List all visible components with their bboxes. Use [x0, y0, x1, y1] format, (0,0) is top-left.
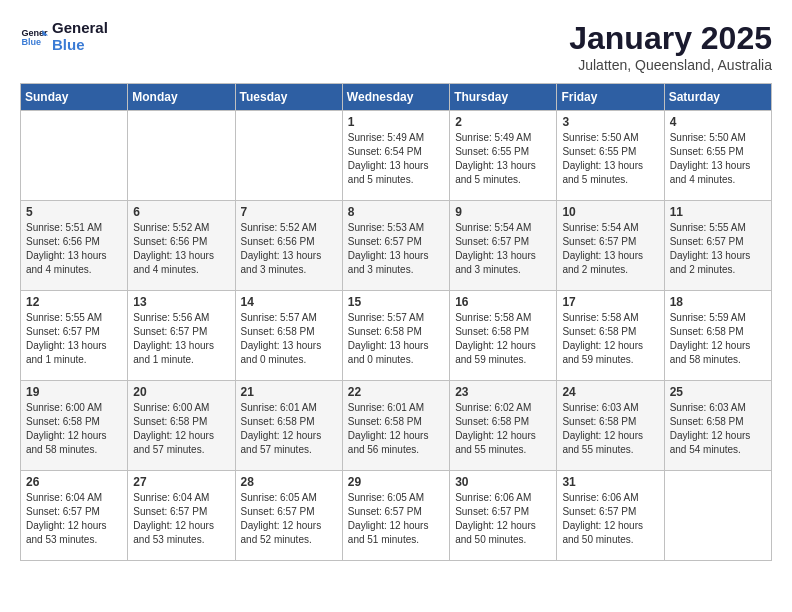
- day-cell: 6Sunrise: 5:52 AMSunset: 6:56 PMDaylight…: [128, 201, 235, 291]
- day-number: 4: [670, 115, 766, 129]
- day-info: Sunrise: 6:01 AMSunset: 6:58 PMDaylight:…: [241, 401, 337, 457]
- logo: General Blue General Blue: [20, 20, 108, 53]
- day-number: 11: [670, 205, 766, 219]
- day-info: Sunrise: 5:57 AMSunset: 6:58 PMDaylight:…: [348, 311, 444, 367]
- day-cell: 16Sunrise: 5:58 AMSunset: 6:58 PMDayligh…: [450, 291, 557, 381]
- day-cell: [128, 111, 235, 201]
- week-row-5: 26Sunrise: 6:04 AMSunset: 6:57 PMDayligh…: [21, 471, 772, 561]
- week-row-4: 19Sunrise: 6:00 AMSunset: 6:58 PMDayligh…: [21, 381, 772, 471]
- day-number: 2: [455, 115, 551, 129]
- day-cell: 8Sunrise: 5:53 AMSunset: 6:57 PMDaylight…: [342, 201, 449, 291]
- header-cell-sunday: Sunday: [21, 84, 128, 111]
- day-cell: 5Sunrise: 5:51 AMSunset: 6:56 PMDaylight…: [21, 201, 128, 291]
- day-info: Sunrise: 5:50 AMSunset: 6:55 PMDaylight:…: [670, 131, 766, 187]
- page-header: General Blue General Blue January 2025 J…: [20, 20, 772, 73]
- title-block: January 2025 Julatten, Queensland, Austr…: [569, 20, 772, 73]
- day-info: Sunrise: 6:01 AMSunset: 6:58 PMDaylight:…: [348, 401, 444, 457]
- day-number: 17: [562, 295, 658, 309]
- day-info: Sunrise: 6:06 AMSunset: 6:57 PMDaylight:…: [455, 491, 551, 547]
- day-number: 26: [26, 475, 122, 489]
- day-cell: 25Sunrise: 6:03 AMSunset: 6:58 PMDayligh…: [664, 381, 771, 471]
- day-info: Sunrise: 5:54 AMSunset: 6:57 PMDaylight:…: [562, 221, 658, 277]
- day-number: 30: [455, 475, 551, 489]
- day-info: Sunrise: 5:55 AMSunset: 6:57 PMDaylight:…: [26, 311, 122, 367]
- header-row: SundayMondayTuesdayWednesdayThursdayFrid…: [21, 84, 772, 111]
- day-number: 22: [348, 385, 444, 399]
- day-cell: 10Sunrise: 5:54 AMSunset: 6:57 PMDayligh…: [557, 201, 664, 291]
- day-cell: 18Sunrise: 5:59 AMSunset: 6:58 PMDayligh…: [664, 291, 771, 381]
- day-number: 12: [26, 295, 122, 309]
- day-info: Sunrise: 6:03 AMSunset: 6:58 PMDaylight:…: [562, 401, 658, 457]
- day-cell: 20Sunrise: 6:00 AMSunset: 6:58 PMDayligh…: [128, 381, 235, 471]
- day-number: 23: [455, 385, 551, 399]
- logo-line1: General: [52, 20, 108, 37]
- day-number: 6: [133, 205, 229, 219]
- day-cell: 13Sunrise: 5:56 AMSunset: 6:57 PMDayligh…: [128, 291, 235, 381]
- day-number: 20: [133, 385, 229, 399]
- day-cell: 24Sunrise: 6:03 AMSunset: 6:58 PMDayligh…: [557, 381, 664, 471]
- day-number: 25: [670, 385, 766, 399]
- day-number: 7: [241, 205, 337, 219]
- day-info: Sunrise: 5:56 AMSunset: 6:57 PMDaylight:…: [133, 311, 229, 367]
- day-number: 27: [133, 475, 229, 489]
- header-cell-wednesday: Wednesday: [342, 84, 449, 111]
- week-row-2: 5Sunrise: 5:51 AMSunset: 6:56 PMDaylight…: [21, 201, 772, 291]
- day-info: Sunrise: 5:49 AMSunset: 6:55 PMDaylight:…: [455, 131, 551, 187]
- day-info: Sunrise: 6:00 AMSunset: 6:58 PMDaylight:…: [26, 401, 122, 457]
- day-info: Sunrise: 5:55 AMSunset: 6:57 PMDaylight:…: [670, 221, 766, 277]
- day-info: Sunrise: 5:57 AMSunset: 6:58 PMDaylight:…: [241, 311, 337, 367]
- day-cell: 12Sunrise: 5:55 AMSunset: 6:57 PMDayligh…: [21, 291, 128, 381]
- week-row-3: 12Sunrise: 5:55 AMSunset: 6:57 PMDayligh…: [21, 291, 772, 381]
- day-info: Sunrise: 6:00 AMSunset: 6:58 PMDaylight:…: [133, 401, 229, 457]
- day-info: Sunrise: 5:59 AMSunset: 6:58 PMDaylight:…: [670, 311, 766, 367]
- day-cell: 26Sunrise: 6:04 AMSunset: 6:57 PMDayligh…: [21, 471, 128, 561]
- day-cell: 21Sunrise: 6:01 AMSunset: 6:58 PMDayligh…: [235, 381, 342, 471]
- day-cell: 11Sunrise: 5:55 AMSunset: 6:57 PMDayligh…: [664, 201, 771, 291]
- day-info: Sunrise: 5:54 AMSunset: 6:57 PMDaylight:…: [455, 221, 551, 277]
- day-cell: 19Sunrise: 6:00 AMSunset: 6:58 PMDayligh…: [21, 381, 128, 471]
- day-cell: 2Sunrise: 5:49 AMSunset: 6:55 PMDaylight…: [450, 111, 557, 201]
- day-cell: 7Sunrise: 5:52 AMSunset: 6:56 PMDaylight…: [235, 201, 342, 291]
- day-cell: 17Sunrise: 5:58 AMSunset: 6:58 PMDayligh…: [557, 291, 664, 381]
- header-cell-thursday: Thursday: [450, 84, 557, 111]
- day-number: 15: [348, 295, 444, 309]
- day-info: Sunrise: 6:02 AMSunset: 6:58 PMDaylight:…: [455, 401, 551, 457]
- day-number: 8: [348, 205, 444, 219]
- day-number: 24: [562, 385, 658, 399]
- day-info: Sunrise: 6:06 AMSunset: 6:57 PMDaylight:…: [562, 491, 658, 547]
- day-cell: [664, 471, 771, 561]
- day-cell: 31Sunrise: 6:06 AMSunset: 6:57 PMDayligh…: [557, 471, 664, 561]
- day-number: 28: [241, 475, 337, 489]
- day-number: 14: [241, 295, 337, 309]
- month-title: January 2025: [569, 20, 772, 57]
- logo-line2: Blue: [52, 37, 108, 54]
- day-cell: 3Sunrise: 5:50 AMSunset: 6:55 PMDaylight…: [557, 111, 664, 201]
- day-number: 13: [133, 295, 229, 309]
- header-cell-friday: Friday: [557, 84, 664, 111]
- header-cell-tuesday: Tuesday: [235, 84, 342, 111]
- day-cell: 1Sunrise: 5:49 AMSunset: 6:54 PMDaylight…: [342, 111, 449, 201]
- day-info: Sunrise: 5:52 AMSunset: 6:56 PMDaylight:…: [241, 221, 337, 277]
- calendar-table: SundayMondayTuesdayWednesdayThursdayFrid…: [20, 83, 772, 561]
- day-info: Sunrise: 6:05 AMSunset: 6:57 PMDaylight:…: [348, 491, 444, 547]
- day-number: 10: [562, 205, 658, 219]
- day-info: Sunrise: 5:49 AMSunset: 6:54 PMDaylight:…: [348, 131, 444, 187]
- week-row-1: 1Sunrise: 5:49 AMSunset: 6:54 PMDaylight…: [21, 111, 772, 201]
- day-cell: 22Sunrise: 6:01 AMSunset: 6:58 PMDayligh…: [342, 381, 449, 471]
- header-cell-saturday: Saturday: [664, 84, 771, 111]
- day-info: Sunrise: 6:04 AMSunset: 6:57 PMDaylight:…: [133, 491, 229, 547]
- day-cell: 30Sunrise: 6:06 AMSunset: 6:57 PMDayligh…: [450, 471, 557, 561]
- day-number: 3: [562, 115, 658, 129]
- day-info: Sunrise: 5:50 AMSunset: 6:55 PMDaylight:…: [562, 131, 658, 187]
- day-number: 29: [348, 475, 444, 489]
- day-number: 9: [455, 205, 551, 219]
- day-cell: [21, 111, 128, 201]
- svg-text:Blue: Blue: [21, 37, 41, 47]
- day-info: Sunrise: 5:53 AMSunset: 6:57 PMDaylight:…: [348, 221, 444, 277]
- day-info: Sunrise: 6:05 AMSunset: 6:57 PMDaylight:…: [241, 491, 337, 547]
- day-cell: 27Sunrise: 6:04 AMSunset: 6:57 PMDayligh…: [128, 471, 235, 561]
- day-number: 19: [26, 385, 122, 399]
- day-cell: 15Sunrise: 5:57 AMSunset: 6:58 PMDayligh…: [342, 291, 449, 381]
- day-number: 31: [562, 475, 658, 489]
- day-info: Sunrise: 6:03 AMSunset: 6:58 PMDaylight:…: [670, 401, 766, 457]
